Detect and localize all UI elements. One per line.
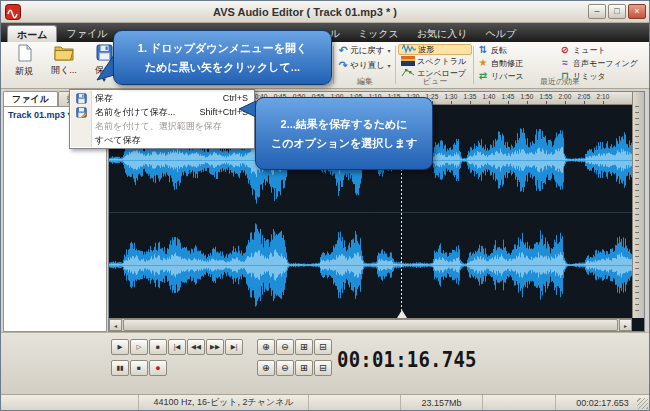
ruler-tick	[546, 101, 547, 104]
ruler-tick	[584, 101, 585, 104]
rewind-button[interactable]: ◀◀	[187, 339, 205, 355]
spectral-view-icon	[401, 56, 417, 68]
playhead-marker[interactable]	[397, 310, 407, 318]
ruler-tick	[451, 101, 452, 104]
new-button[interactable]: 新規	[5, 44, 43, 87]
view-mode-waveform[interactable]: 波形	[398, 44, 472, 55]
effect-label: 反転	[491, 45, 507, 56]
open-folder-icon	[54, 44, 74, 63]
play-button[interactable]: ▶	[111, 339, 129, 355]
stop-button[interactable]: ■	[149, 339, 167, 355]
zoom-selection-button[interactable]: ⊞	[295, 339, 313, 355]
open-button[interactable]: 開く...	[45, 44, 83, 87]
ruler-tick	[603, 101, 604, 104]
save-menu-item-3: 名前を付けて、選択範囲を保存	[71, 119, 253, 133]
effect-label: ミュート	[573, 45, 606, 56]
pause-button[interactable]: ▮▮	[111, 360, 129, 376]
redo-button[interactable]: ↷やり直し▾	[336, 59, 394, 72]
new-button-label: 新規	[15, 65, 33, 78]
effect-autocorrect-button[interactable]: ★自動修正	[477, 57, 524, 69]
zoom-selection-vertical-button[interactable]: ⊞	[295, 360, 313, 376]
zoom-out-button[interactable]: ⊖	[276, 339, 294, 355]
current-time-display: 00:01:16.745	[337, 339, 465, 379]
ribbon-tab[interactable]: ホーム	[7, 25, 57, 42]
ruler-label: 1:50	[517, 93, 537, 100]
app-logo-icon	[5, 4, 21, 20]
ribbon-tab[interactable]: ファイル	[57, 25, 116, 42]
undo-icon: ↶	[336, 45, 350, 56]
status-total-time: 00:02:17.653	[556, 395, 649, 410]
zoom-full-vertical-button[interactable]: ⊟	[314, 360, 332, 376]
save-menu-item-4[interactable]: すべて保存	[71, 133, 253, 147]
transport-buttons: ▮▮■●	[111, 360, 168, 376]
zoom-in-button[interactable]: ⊕	[257, 339, 275, 355]
zoom-buttons: ⊕⊖⊞⊟	[257, 360, 333, 376]
ribbon-separator	[473, 46, 474, 84]
mute-effect-icon: ⊘	[559, 45, 571, 55]
save-menu-item-1[interactable]: 保存Ctrl+S	[71, 91, 253, 105]
effects-group-label: 最近の効果	[475, 76, 645, 87]
go-to-end-button[interactable]: ▶|	[225, 339, 243, 355]
redo-dropdown-arrow[interactable]: ▾	[388, 62, 391, 69]
status-spacer	[483, 395, 556, 410]
menu-item-label: 名前を付けて保存...	[91, 106, 199, 119]
waveform-view-icon	[402, 44, 418, 56]
scroll-left-button[interactable]: ◂	[109, 319, 122, 331]
scrollbar-thumb[interactable]	[123, 319, 618, 331]
go-to-start-button[interactable]: |◀	[168, 339, 186, 355]
undo-button-label: 元に戻す	[350, 45, 384, 57]
zoom-in-vertical-button[interactable]: ⊕	[257, 360, 275, 376]
effect-morph-button[interactable]: ≈音声モーフィング	[559, 57, 638, 69]
stop-alt-button[interactable]: ■	[130, 360, 148, 376]
status-bar: 44100 Hz, 16-ビット, 2チャンネル 23.157Mb 00:02:…	[1, 394, 649, 410]
save-menu-item-2[interactable]: 名前を付けて保存...Shift+Ctrl+S	[71, 105, 253, 119]
ruler-tick	[527, 101, 528, 104]
edit-buttons: ↶元に戻す▾↷やり直し▾	[336, 44, 394, 74]
effect-mute-button[interactable]: ⊘ミュート	[559, 44, 638, 56]
view-group-label: ビュー	[398, 76, 472, 87]
transport-row-1: ▶▷■|◀◀◀▶▶▶|⊕⊖⊞⊟	[111, 339, 341, 356]
view-mode-spectral[interactable]: スペクトラル	[398, 56, 472, 67]
close-button[interactable]: ×	[628, 4, 646, 19]
transport-row-2: ▮▮■●⊕⊖⊞⊟	[111, 360, 341, 377]
record-button[interactable]: ●	[149, 360, 167, 376]
panel-tab[interactable]: ファイル	[3, 91, 58, 106]
ruler-tick	[470, 101, 471, 104]
amplitude-ruler	[632, 92, 644, 318]
view-options: 波形スペクトラルエンベロープ	[398, 44, 472, 80]
scroll-right-button[interactable]: ▸	[619, 319, 632, 331]
ribbon-tab[interactable]: ヘルプ	[477, 25, 526, 42]
ribbon-tab[interactable]: ミックス	[349, 25, 408, 42]
ribbon-tab[interactable]: お気に入り	[408, 25, 477, 42]
fast-forward-button[interactable]: ▶▶	[206, 339, 224, 355]
maximize-button[interactable]: □	[608, 4, 626, 19]
redo-icon: ↷	[336, 60, 350, 71]
effect-invert-button[interactable]: ⇅反転	[477, 44, 524, 56]
status-spacer	[1, 395, 139, 410]
ruler-label: 1:45	[498, 93, 518, 100]
ruler-label: 1:35	[460, 93, 480, 100]
minimize-button[interactable]: –	[588, 4, 606, 19]
ribbon-separator	[333, 46, 334, 84]
open-button-label: 開く...	[51, 64, 77, 77]
ribbon-edit-group: ↶元に戻す▾↷やり直し▾ 編集	[336, 44, 394, 87]
resize-grip[interactable]	[637, 398, 648, 409]
menu-item-label: 名前を付けて、選択範囲を保存	[91, 120, 248, 133]
view-mode-label: 波形	[418, 44, 434, 55]
ribbon-effects-group: ⇅反転★自動修正⇄リバース⊘ミュート≈音声モーフィング⊓リミッタ 最近の効果	[475, 44, 645, 87]
menu-item-label: すべて保存	[91, 134, 248, 147]
zoom-buttons: ⊕⊖⊞⊟	[257, 339, 333, 355]
ruler-tick	[565, 101, 566, 104]
zoom-full-button[interactable]: ⊟	[314, 339, 332, 355]
ribbon-view-group: 波形スペクトラルエンベロープ ビュー	[398, 44, 472, 87]
undo-dropdown-arrow[interactable]: ▾	[387, 47, 390, 54]
zoom-out-vertical-button[interactable]: ⊖	[276, 360, 294, 376]
redo-button-label: やり直し	[350, 60, 385, 72]
undo-button[interactable]: ↶元に戻す▾	[336, 44, 394, 57]
window-title: AVS Audio Editor ( Track 01.mp3 * )	[31, 1, 579, 23]
play-selection-button[interactable]: ▷	[130, 339, 148, 355]
save-dropdown-menu: 保存Ctrl+S名前を付けて保存...Shift+Ctrl+S名前を付けて、選択…	[69, 89, 255, 149]
transport-buttons: ▶▷■|◀◀◀▶▶▶|	[111, 339, 244, 355]
save-as-icon	[71, 107, 91, 118]
ruler-label: 1:30	[441, 93, 461, 100]
